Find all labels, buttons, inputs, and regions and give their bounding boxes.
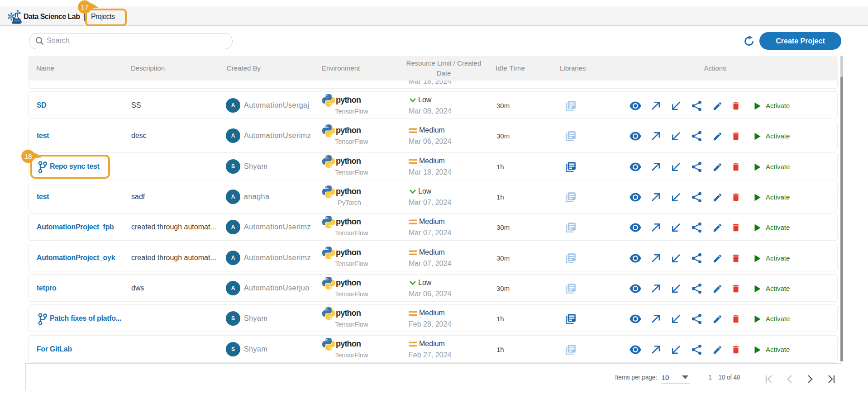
- svg-text:18: 18: [24, 152, 32, 160]
- svg-text:17: 17: [81, 3, 88, 11]
